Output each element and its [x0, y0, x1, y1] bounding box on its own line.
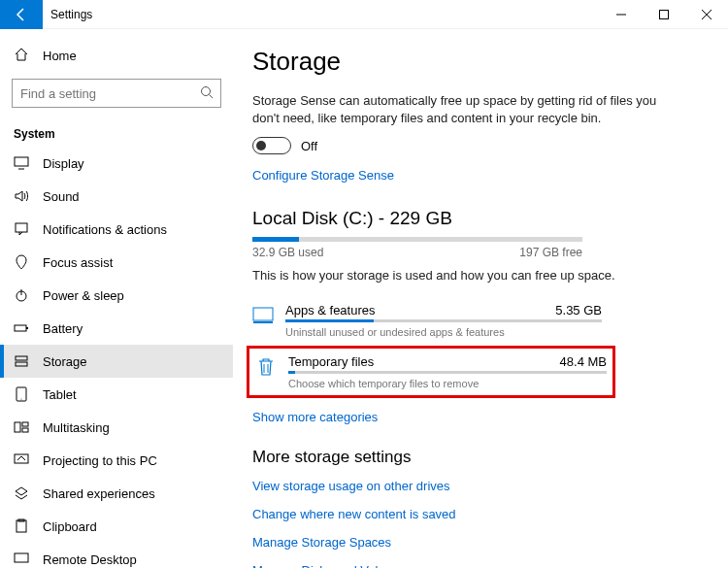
sidebar-item-tablet[interactable]: Tablet [0, 378, 233, 411]
home-nav[interactable]: Home [0, 39, 233, 73]
svg-rect-8 [16, 223, 27, 232]
nav-label: Notifications & actions [43, 222, 167, 237]
svg-rect-25 [253, 321, 273, 323]
power-icon [14, 287, 29, 303]
manage-storage-spaces-link[interactable]: Manage Storage Spaces [252, 535, 699, 550]
notifications-icon [14, 221, 29, 237]
cat-size: 48.4 MB [560, 354, 607, 369]
cat-size: 5.35 GB [555, 303, 602, 317]
close-button[interactable] [685, 0, 728, 29]
nav-label: Tablet [43, 387, 77, 402]
svg-point-16 [21, 399, 22, 400]
nav-label: Storage [43, 354, 87, 369]
content-area: Storage Storage Sense can automatically … [233, 29, 728, 568]
cat-sub: Uninstall unused or undesired apps & fea… [285, 326, 602, 338]
svg-rect-13 [16, 356, 27, 360]
close-icon [702, 10, 711, 19]
usage-desc: This is how your storage is used and how… [252, 267, 660, 284]
storage-sense-toggle[interactable] [252, 137, 291, 154]
nav-label: Clipboard [43, 519, 97, 534]
nav-label: Power & sleep [43, 288, 124, 303]
sidebar-item-clipboard[interactable]: Clipboard [0, 510, 233, 543]
titlebar: Settings [0, 0, 728, 29]
apps-icon [252, 305, 274, 326]
search-box [12, 79, 221, 108]
category-temporary-files[interactable]: Temporary files48.4 MB Choose which temp… [255, 352, 607, 391]
highlight-box: Temporary files48.4 MB Choose which temp… [247, 346, 615, 398]
svg-rect-6 [15, 157, 28, 166]
more-storage-settings-header: More storage settings [252, 448, 699, 467]
storage-icon [14, 353, 29, 369]
svg-rect-24 [253, 308, 273, 320]
svg-rect-23 [15, 553, 28, 562]
cat-bar [288, 371, 607, 374]
storage-sense-toggle-row: Off [252, 137, 699, 154]
svg-rect-18 [22, 422, 28, 426]
nav-label: Battery [43, 321, 83, 336]
configure-storage-sense-link[interactable]: Configure Storage Sense [252, 168, 699, 183]
storage-sense-desc: Storage Sense can automatically free up … [252, 92, 660, 127]
remote-desktop-icon [14, 551, 29, 567]
sidebar-item-remote-desktop[interactable]: Remote Desktop [0, 543, 233, 568]
svg-point-4 [202, 87, 211, 96]
change-save-location-link[interactable]: Change where new content is saved [252, 507, 699, 521]
sidebar-item-shared[interactable]: Shared experiences [0, 477, 233, 510]
sidebar-item-display[interactable]: Display [0, 147, 233, 180]
sidebar-item-storage[interactable]: Storage [0, 345, 233, 378]
minimize-button[interactable] [600, 0, 643, 29]
disk-usage-labels: 32.9 GB used 197 GB free [252, 246, 582, 259]
maximize-icon [659, 10, 669, 19]
display-icon [14, 155, 29, 171]
cat-bar-fill [288, 371, 295, 374]
sidebar-item-power[interactable]: Power & sleep [0, 279, 233, 312]
free-label: 197 GB free [519, 246, 582, 259]
nav-label: Remote Desktop [43, 552, 137, 567]
cat-name: Apps & features [285, 303, 376, 317]
home-label: Home [43, 49, 77, 63]
window-title: Settings [50, 8, 92, 21]
nav-label: Display [43, 156, 84, 171]
cat-bar [285, 319, 602, 322]
maximize-button[interactable] [643, 0, 685, 29]
section-header: System [0, 114, 233, 147]
svg-rect-11 [15, 325, 26, 331]
svg-rect-19 [22, 428, 28, 432]
show-more-categories-link[interactable]: Show more categories [252, 410, 699, 424]
sidebar-item-multitasking[interactable]: Multitasking [0, 411, 233, 444]
toggle-knob [256, 141, 266, 150]
svg-rect-21 [17, 520, 26, 532]
manage-disks-volumes-link[interactable]: Manage Disks and Volumes [252, 563, 699, 568]
sidebar-item-focus-assist[interactable]: Focus assist [0, 246, 233, 279]
home-icon [14, 47, 29, 65]
focus-assist-icon [14, 254, 29, 270]
nav-label: Focus assist [43, 255, 113, 270]
arrow-left-icon [14, 7, 29, 22]
category-apps-features[interactable]: Apps & features5.35 GB Uninstall unused … [252, 295, 602, 346]
view-usage-other-drives-link[interactable]: View storage usage on other drives [252, 479, 699, 493]
search-icon [200, 85, 214, 102]
multitasking-icon [14, 419, 29, 435]
sidebar: Home System Display Sound Notifications … [0, 29, 233, 568]
projecting-icon [14, 452, 29, 468]
clipboard-icon [14, 518, 29, 534]
svg-rect-12 [26, 327, 28, 329]
tablet-icon [14, 386, 29, 402]
battery-icon [14, 320, 29, 336]
nav-label: Shared experiences [43, 486, 155, 501]
sidebar-item-battery[interactable]: Battery [0, 312, 233, 345]
trash-icon [255, 356, 277, 378]
sidebar-item-notifications[interactable]: Notifications & actions [0, 213, 233, 246]
cat-name: Temporary files [288, 354, 374, 369]
sidebar-item-projecting[interactable]: Projecting to this PC [0, 444, 233, 477]
svg-rect-17 [15, 422, 20, 432]
minimize-icon [616, 10, 626, 19]
cat-bar-fill [285, 319, 374, 322]
back-button[interactable] [0, 0, 43, 29]
shared-icon [14, 485, 29, 501]
sidebar-item-sound[interactable]: Sound [0, 180, 233, 213]
disk-usage-bar [252, 237, 582, 242]
search-input[interactable] [12, 79, 221, 108]
page-title: Storage [252, 47, 699, 77]
cat-sub: Choose which temporary files to remove [288, 378, 607, 389]
window-controls [600, 0, 728, 29]
